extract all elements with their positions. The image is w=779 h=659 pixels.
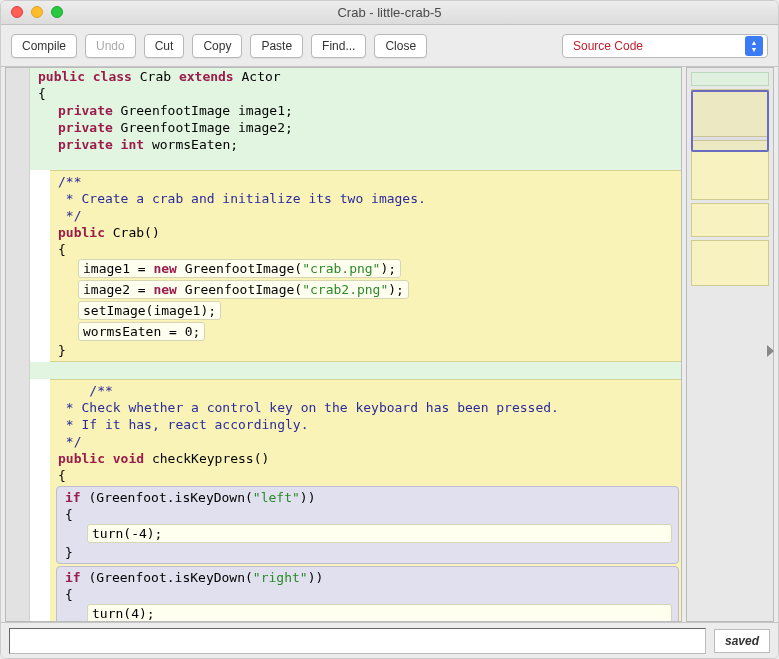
minimap-region [691, 72, 769, 86]
window-title: Crab - little-crab-5 [1, 5, 778, 20]
copy-button[interactable]: Copy [192, 34, 242, 58]
close-window-icon[interactable] [11, 6, 23, 18]
minimap[interactable] [686, 67, 774, 622]
minimap-region [691, 203, 769, 237]
status-input[interactable] [9, 628, 706, 654]
cut-button[interactable]: Cut [144, 34, 185, 58]
view-select-label: Source Code [573, 39, 745, 53]
minimap-region [691, 240, 769, 286]
compile-button[interactable]: Compile [11, 34, 77, 58]
expand-right-icon[interactable] [767, 345, 774, 357]
minimap-viewport[interactable] [691, 90, 769, 152]
updown-icon: ▲▼ [745, 36, 763, 56]
paste-button[interactable]: Paste [250, 34, 303, 58]
save-status: saved [714, 629, 770, 653]
statusbar: saved [1, 622, 778, 658]
code-editor[interactable]: public class Crab extends Actor { privat… [30, 68, 681, 621]
gutter[interactable] [6, 68, 30, 621]
window: Crab - little-crab-5 Compile Undo Cut Co… [0, 0, 779, 659]
undo-button[interactable]: Undo [85, 34, 136, 58]
find-button[interactable]: Find... [311, 34, 366, 58]
titlebar[interactable]: Crab - little-crab-5 [1, 1, 778, 25]
toolbar: Compile Undo Cut Copy Paste Find... Clos… [1, 25, 778, 67]
main-area: public class Crab extends Actor { privat… [1, 67, 778, 622]
minimize-window-icon[interactable] [31, 6, 43, 18]
close-button[interactable]: Close [374, 34, 427, 58]
view-select[interactable]: Source Code ▲▼ [562, 34, 768, 58]
window-controls [11, 6, 63, 18]
zoom-window-icon[interactable] [51, 6, 63, 18]
editor-wrap: public class Crab extends Actor { privat… [5, 67, 682, 622]
